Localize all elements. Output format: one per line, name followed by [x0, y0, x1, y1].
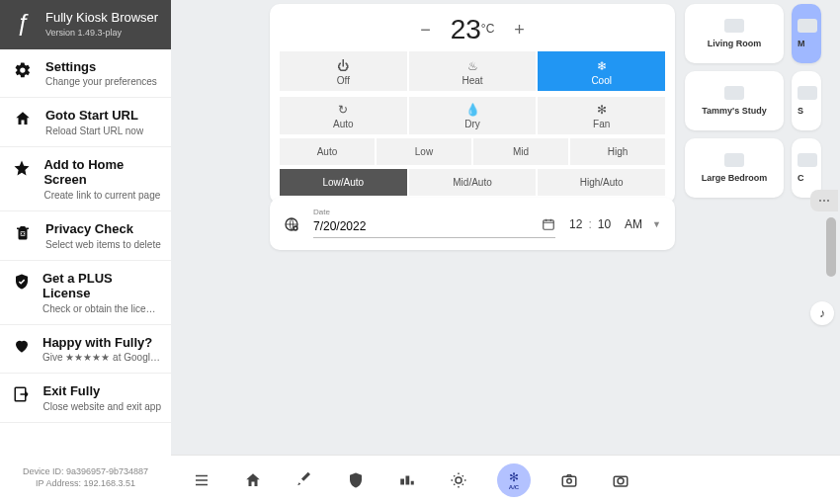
temperature-display: − 23°C +: [280, 14, 665, 45]
camera2-icon[interactable]: [608, 467, 633, 493]
more-dots-button[interactable]: ⋯: [810, 190, 838, 211]
mode-label: Dry: [464, 119, 480, 129]
bottom-nav: ✻A/C: [171, 455, 840, 504]
temp-minus-button[interactable]: −: [414, 20, 437, 41]
app-version: Version 1.49.3-play: [45, 28, 158, 38]
fan-low[interactable]: Low: [377, 138, 471, 165]
fan-icon: ✻: [538, 103, 665, 117]
app-title: Fully Kiosk Browser: [45, 10, 158, 26]
droplet-icon: 💧: [409, 103, 537, 117]
sidebar-header: ƒ Fully Kiosk Browser Version 1.49.3-pla…: [0, 0, 171, 49]
room-tile[interactable]: Large Bedroom: [685, 138, 784, 198]
sidebar-item-rate[interactable]: Happy with Fully?Give ★★★★★ at Google Pl…: [0, 325, 171, 375]
snowflake-icon: ❄: [538, 59, 665, 73]
globe-icon: [284, 216, 299, 232]
room-icon: [798, 153, 817, 167]
sidebar-item-settings[interactable]: SettingsChange your preferences: [0, 49, 171, 99]
sidebar-item-sub: Create link to current page: [43, 190, 161, 201]
room-icon: [798, 86, 817, 100]
sidebar-item-title: Goto Start URL: [45, 108, 143, 124]
calendar-icon[interactable]: [542, 217, 555, 231]
ampm-dropdown[interactable]: AM ▼: [625, 217, 661, 231]
time-picker[interactable]: 12 : 10: [569, 217, 611, 231]
sidebar-item-privacy[interactable]: Privacy CheckSelect web items to delete: [0, 211, 171, 261]
home-nav-icon[interactable]: [240, 467, 266, 493]
device-id: Device ID: 9a396957-9b734887: [0, 465, 171, 478]
scrollbar-thumb[interactable]: [826, 217, 836, 277]
mode-fan[interactable]: ✻Fan: [538, 97, 665, 134]
mode-dry[interactable]: 💧Dry: [409, 97, 537, 134]
room-name: M: [798, 39, 805, 48]
mode-cool[interactable]: ❄Cool: [538, 51, 665, 91]
time-hour[interactable]: 12: [569, 217, 582, 231]
svg-point-8: [456, 477, 462, 483]
mode-label: Cool: [591, 75, 612, 86]
brush-icon[interactable]: [292, 467, 317, 493]
ac-nav-button[interactable]: ✻A/C: [497, 463, 531, 497]
svg-rect-4: [544, 220, 554, 229]
schedule-card: Date 12 : 10 AM ▼: [270, 198, 675, 250]
sidebar-footer: Device ID: 9a396957-9b734887 IP Address:…: [0, 465, 171, 490]
exit-icon: [12, 383, 31, 403]
ip-address: IP Address: 192.168.3.51: [0, 477, 171, 490]
camera-icon[interactable]: [556, 467, 582, 493]
sidebar-item-title: Get a PLUS License: [42, 271, 161, 301]
room-tile[interactable]: C: [792, 138, 821, 198]
sidebar-item-sub: Reload Start URL now: [45, 126, 143, 136]
mode-heat[interactable]: ♨Heat: [409, 51, 537, 91]
flame-icon: ♨: [409, 59, 537, 73]
sidebar-item-title: Happy with Fully?: [42, 335, 161, 351]
svg-rect-9: [562, 476, 576, 486]
preset-mid-auto[interactable]: Mid/Auto: [409, 169, 537, 196]
shield-nav-icon[interactable]: [343, 467, 369, 493]
room-name: C: [798, 173, 804, 183]
temp-unit: °C: [481, 22, 494, 36]
sidebar-item-exit[interactable]: Exit FullyClose website and exit app: [0, 374, 171, 423]
room-icon: [724, 153, 744, 167]
fan-auto[interactable]: Auto: [280, 138, 375, 165]
room-tile[interactable]: M: [792, 4, 821, 63]
date-input[interactable]: [313, 210, 555, 238]
room-icon: [724, 86, 744, 100]
bulb-icon[interactable]: [446, 467, 471, 493]
power-icon: ⏻: [280, 59, 407, 73]
preset-high-auto[interactable]: High/Auto: [538, 169, 665, 196]
room-name: Tammy's Study: [702, 106, 767, 116]
temp-plus-button[interactable]: +: [508, 20, 531, 41]
sidebar-item-start-url[interactable]: Goto Start URLReload Start URL now: [0, 98, 171, 147]
music-note-button[interactable]: ♪: [810, 301, 834, 325]
room-tile[interactable]: S: [792, 71, 821, 130]
sidebar-item-sub: Close website and exit app: [42, 401, 161, 412]
room-tiles: Living Room M Tammy's Study S Large Bedr…: [685, 4, 833, 198]
menu-icon[interactable]: [189, 467, 214, 493]
side-strip: ⋯: [810, 190, 840, 277]
date-label: Date: [313, 208, 330, 216]
room-tile[interactable]: Tammy's Study: [685, 71, 784, 130]
svg-rect-6: [406, 475, 410, 484]
ac-control-card: − 23°C + ⏻Off ♨Heat ❄Cool ↻Auto 💧Dry ✻Fa…: [270, 4, 675, 204]
room-tile[interactable]: Living Room: [685, 4, 784, 63]
time-minute[interactable]: 10: [598, 217, 611, 231]
svg-rect-5: [400, 478, 404, 484]
chevron-down-icon: ▼: [652, 219, 661, 229]
fan-high[interactable]: High: [570, 138, 665, 165]
room-icon: [798, 19, 817, 33]
mode-off[interactable]: ⏻Off: [280, 51, 407, 91]
sidebar-item-license[interactable]: Get a PLUS LicenseCheck or obtain the li…: [0, 261, 171, 325]
heart-icon: [12, 335, 31, 355]
trash-icon: [12, 221, 34, 241]
time-sep: :: [588, 217, 591, 231]
fan-mid[interactable]: Mid: [473, 138, 568, 165]
room-icon: [724, 19, 744, 33]
temp-value: 23: [451, 14, 481, 44]
fully-logo-icon: ƒ: [10, 10, 36, 36]
preset-low-auto[interactable]: Low/Auto: [280, 169, 407, 196]
sidebar-item-sub: Give ★★★★★ at Google Play: [42, 352, 161, 363]
sidebar-item-add-home[interactable]: Add to Home ScreenCreate link to current…: [0, 147, 171, 211]
date-field[interactable]: Date: [313, 210, 555, 238]
devices-icon[interactable]: [394, 467, 420, 493]
sidebar-item-sub: Check or obtain the license: [42, 303, 161, 314]
fan-icon: ✻: [509, 470, 519, 484]
mode-auto[interactable]: ↻Auto: [280, 97, 407, 134]
ampm-value: AM: [625, 217, 642, 231]
